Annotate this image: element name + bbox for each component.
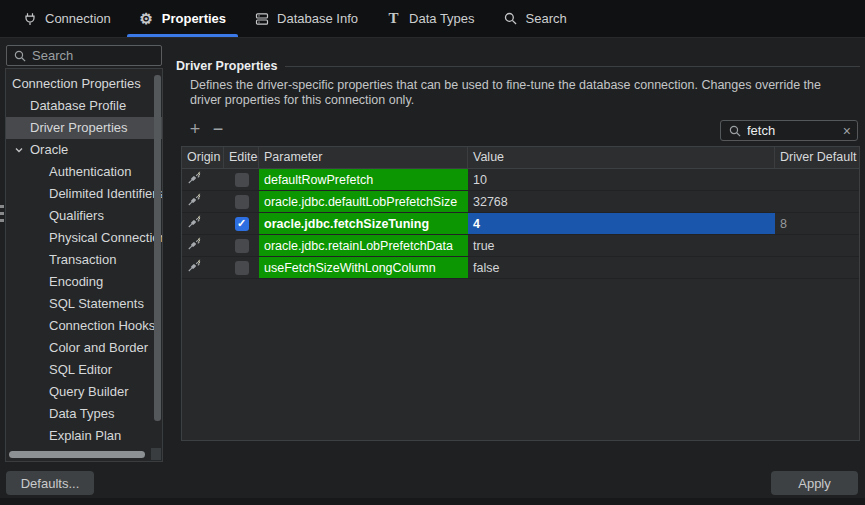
table-row[interactable]: ✓useFetchSizeWithLongColumnfalse <box>182 257 859 279</box>
tree-item-label: SQL Editor <box>49 359 112 381</box>
filter-input[interactable] <box>747 123 838 138</box>
tree-item-connection-hooks[interactable]: Connection Hooks <box>6 315 162 337</box>
chevron-down-icon <box>14 145 30 155</box>
tab-properties[interactable]: ⚙Properties <box>125 0 240 37</box>
driver-origin-icon <box>187 259 202 276</box>
tree-item-database-profile[interactable]: Database Profile <box>6 95 162 117</box>
apply-button[interactable]: Apply <box>771 471 858 495</box>
page-title: Driver Properties <box>176 59 277 73</box>
table-row[interactable]: ✓defaultRowPrefetch10 <box>182 169 859 191</box>
tree-horizontal-scrollbar[interactable] <box>9 451 145 458</box>
tree-item-explain-plan[interactable]: Explain Plan <box>6 425 162 447</box>
tab-database-info[interactable]: Database Info <box>240 0 372 37</box>
filter-box[interactable]: × <box>720 120 858 141</box>
table-row[interactable]: ✓oracle.jdbc.defaultLobPrefetchSize32768 <box>182 191 859 213</box>
tree-item-qualifiers[interactable]: Qualifiers <box>6 205 162 227</box>
tree-item-sql-statements[interactable]: SQL Statements <box>6 293 162 315</box>
add-property-button[interactable]: + <box>187 119 203 139</box>
app-root: { "tabs": [ { "label": "Connection", "ic… <box>0 0 865 505</box>
active-tab-underline <box>127 34 238 37</box>
search-icon <box>12 48 27 63</box>
tab-label: Connection <box>45 11 111 26</box>
tab-label: Data Types <box>409 11 475 26</box>
table-row[interactable]: ✓oracle.jdbc.fetchSizeTuning48 <box>182 213 859 235</box>
table-row[interactable]: ✓oracle.jdbc.retainLobPrefetchDatatrue <box>182 235 859 257</box>
edited-checkbox[interactable]: ✓ <box>235 173 249 187</box>
sidebar-search-input[interactable] <box>32 48 156 63</box>
column-header-value[interactable]: Value <box>468 147 775 168</box>
tree-item-label: Driver Properties <box>30 117 128 139</box>
defaults-button[interactable]: Defaults... <box>6 471 94 495</box>
tree-item-delimited-identifiers[interactable]: Delimited Identifiers <box>6 183 162 205</box>
tree-item-authentication[interactable]: Authentication <box>6 161 162 183</box>
tree-item-label: Oracle <box>30 139 68 161</box>
database-icon <box>254 11 269 26</box>
value-cell[interactable]: 4 <box>468 213 775 234</box>
tree-vertical-scrollbar[interactable] <box>154 75 161 421</box>
origin-cell <box>182 213 224 234</box>
tree-item-data-types[interactable]: Data Types <box>6 403 162 425</box>
clear-filter-icon[interactable]: × <box>843 124 851 138</box>
window-bottom-edge <box>0 498 865 505</box>
tree-item-color-and-border[interactable]: Color and Border <box>6 337 162 359</box>
panel-splitter-grip[interactable] <box>0 205 4 226</box>
tree-item-oracle[interactable]: Oracle <box>6 139 162 161</box>
tab-connection[interactable]: Connection <box>8 0 125 37</box>
tab-label: Properties <box>162 11 226 26</box>
tree-item-driver-properties[interactable]: Driver Properties <box>6 117 162 139</box>
driver-origin-icon <box>187 171 202 188</box>
tree-item-label: Database Profile <box>30 95 126 117</box>
tree-item-label: Data Types <box>49 403 115 425</box>
value-cell[interactable]: 32768 <box>468 191 775 212</box>
column-header-edited[interactable]: Edited <box>224 147 259 168</box>
origin-cell <box>182 191 224 212</box>
sidebar-search[interactable] <box>6 45 162 66</box>
properties-table: OriginEditedParameterValueDriver Default… <box>181 146 860 441</box>
tree-item-label: Encoding <box>49 271 103 293</box>
tab-search[interactable]: Search <box>489 0 581 37</box>
column-header-parameter[interactable]: Parameter <box>259 147 468 168</box>
edited-checkbox[interactable]: ✓ <box>235 195 249 209</box>
origin-cell <box>182 257 224 278</box>
parameter-cell[interactable]: oracle.jdbc.fetchSizeTuning <box>259 213 468 234</box>
parameter-cell[interactable]: useFetchSizeWithLongColumn <box>259 257 468 278</box>
value-cell[interactable]: 10 <box>468 169 775 190</box>
tree-item-physical-connection[interactable]: Physical Connection <box>6 227 162 249</box>
driver-origin-icon <box>187 237 202 254</box>
tree-item-query-builder[interactable]: Query Builder <box>6 381 162 403</box>
tree-item-sql-editor[interactable]: SQL Editor <box>6 359 162 381</box>
parameter-cell[interactable]: oracle.jdbc.defaultLobPrefetchSize <box>259 191 468 212</box>
tree-item-label: Authentication <box>49 161 131 183</box>
origin-cell <box>182 235 224 256</box>
driver-default-cell: 8 <box>775 213 859 234</box>
value-cell[interactable]: false <box>468 257 775 278</box>
search-icon <box>727 123 742 138</box>
parameter-cell[interactable]: oracle.jdbc.retainLobPrefetchData <box>259 235 468 256</box>
tab-bar: Connection⚙PropertiesDatabase InfoTData … <box>0 0 865 38</box>
edited-cell: ✓ <box>224 191 259 212</box>
search-icon <box>503 11 518 26</box>
driver-default-cell <box>775 257 859 278</box>
tree-item-connection-properties[interactable]: Connection Properties <box>6 73 162 95</box>
edited-checkbox[interactable]: ✓ <box>235 217 249 231</box>
section-header: Driver Properties <box>176 59 860 73</box>
tree-item-label: Delimited Identifiers <box>49 183 162 205</box>
tab-data-types[interactable]: TData Types <box>372 0 489 37</box>
value-cell[interactable]: true <box>468 235 775 256</box>
section-description: Defines the driver-specific properties t… <box>190 78 852 108</box>
edited-checkbox[interactable]: ✓ <box>235 239 249 253</box>
edited-checkbox[interactable]: ✓ <box>235 261 249 275</box>
column-header-driver-default[interactable]: Driver Default <box>775 147 859 168</box>
tree-item-encoding[interactable]: Encoding <box>6 271 162 293</box>
column-header-origin[interactable]: Origin <box>182 147 224 168</box>
tree-item-label: Qualifiers <box>49 205 104 227</box>
remove-property-button[interactable]: − <box>210 119 226 139</box>
settings-tree: Connection PropertiesDatabase ProfileDri… <box>5 68 163 462</box>
tree-items: Connection PropertiesDatabase ProfileDri… <box>6 73 162 447</box>
tree-item-label: Query Builder <box>49 381 128 403</box>
driver-origin-icon <box>187 215 202 232</box>
parameter-cell[interactable]: defaultRowPrefetch <box>259 169 468 190</box>
plug-icon <box>22 11 37 26</box>
edited-cell: ✓ <box>224 169 259 190</box>
tree-item-transaction[interactable]: Transaction <box>6 249 162 271</box>
